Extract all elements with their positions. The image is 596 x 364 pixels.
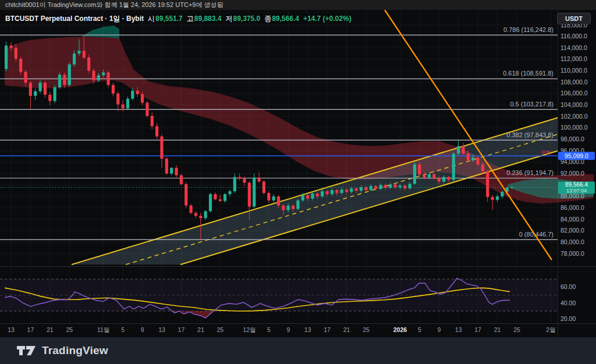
- time-tick-label: 17: [178, 326, 185, 333]
- time-tick-label: 13: [304, 326, 311, 333]
- candle: [243, 179, 246, 183]
- candle: [282, 205, 285, 210]
- candle: [423, 174, 426, 177]
- candle: [403, 185, 406, 188]
- price-axis[interactable]: 118,000.0116,000.0114,000.0112,000.0110,…: [560, 22, 588, 323]
- currency-toggle-button[interactable]: USDT: [557, 13, 591, 24]
- price-tick-label: 116,000.0: [560, 33, 587, 40]
- candle: [209, 194, 212, 211]
- time-tick-label: 25: [66, 326, 73, 333]
- price-tick-label: 84,000.0: [560, 216, 584, 223]
- time-tick-label: 21: [343, 326, 350, 333]
- candle: [141, 94, 144, 103]
- candle: [442, 177, 445, 181]
- price-tick-label: 86,000.0: [560, 204, 584, 211]
- fib-level-label: 0.5 (103,217.8): [510, 101, 554, 108]
- candle: [486, 172, 489, 197]
- candle: [97, 75, 100, 80]
- candle: [481, 165, 484, 172]
- candle: [63, 74, 66, 85]
- candle: [399, 185, 402, 187]
- candle: [48, 95, 51, 101]
- price-change: +14.7 (+0.02%): [303, 15, 352, 23]
- candle: [180, 175, 183, 184]
- candle: [214, 194, 217, 199]
- resistance-price-tag: 95,099.0: [558, 152, 595, 160]
- fib-level-label: 0.786 (116,242.8): [503, 26, 554, 33]
- candle: [122, 105, 125, 109]
- time-tick-label: 13: [158, 326, 165, 333]
- candle: [68, 65, 71, 85]
- ohlc-high: 고89,883.4: [187, 14, 222, 24]
- time-tick-label: 21: [197, 326, 204, 333]
- tradingview-logo-text[interactable]: TradingView: [42, 344, 108, 357]
- time-tick-label: 5: [418, 326, 421, 333]
- price-chart-canvas[interactable]: 0.786 (116,242.8)0.618 (108,591.8)0.5 (1…: [0, 10, 596, 337]
- candle: [253, 177, 256, 206]
- time-tick-label: 25: [217, 326, 224, 333]
- candle: [58, 74, 61, 87]
- price-tick-label: 110,000.0: [560, 67, 587, 74]
- candle: [54, 87, 56, 101]
- ohlc-close: 종89,566.4: [264, 14, 299, 24]
- candle: [24, 72, 27, 83]
- candle: [355, 188, 358, 191]
- price-tick-label: 108,000.0: [560, 78, 588, 85]
- candle: [491, 197, 494, 200]
- candle-countdown: 13:07:04: [566, 188, 587, 194]
- candle: [418, 165, 421, 175]
- candle: [136, 91, 139, 94]
- candle: [370, 186, 372, 190]
- symbol-title[interactable]: BTCUSDT Perpetual Contract · 1일 · Bybit: [5, 14, 144, 24]
- candle: [102, 73, 105, 76]
- candle: [287, 205, 290, 210]
- candle: [432, 174, 435, 178]
- candle: [350, 188, 353, 192]
- candle: [228, 191, 231, 194]
- price-tick-label: 106,000.0: [560, 90, 588, 97]
- candle: [126, 99, 129, 109]
- last-price-tag: 89,566.413:07:04: [558, 181, 595, 194]
- candle: [34, 91, 37, 96]
- time-tick-label: 5: [267, 326, 271, 333]
- candle: [38, 83, 41, 91]
- time-axis[interactable]: 1317212511월591317212512월5913172125202659…: [8, 326, 556, 333]
- ichimoku-cloud: [5, 26, 594, 204]
- candle: [452, 154, 455, 180]
- candle: [471, 158, 474, 160]
- candle: [107, 73, 109, 85]
- candle: [9, 45, 12, 48]
- candle: [151, 116, 154, 126]
- candle: [73, 53, 76, 65]
- candle: [83, 51, 86, 58]
- time-tick-label: 17: [474, 326, 481, 333]
- candle: [224, 194, 226, 201]
- attribution-text: chitchit0001이 TradingView.com와 함께 1월 24,…: [5, 1, 223, 8]
- time-tick-label: 25: [513, 326, 520, 333]
- candle: [19, 59, 22, 72]
- candle: [457, 146, 460, 154]
- time-tick-label: 9: [141, 326, 144, 333]
- chart-area[interactable]: 0.786 (116,242.8)0.618 (108,591.8)0.5 (1…: [0, 10, 596, 337]
- time-tick-label: 17: [27, 326, 34, 333]
- candle: [325, 191, 328, 194]
- price-tick-label: 112,000.0: [560, 55, 587, 62]
- candle: [301, 195, 304, 201]
- candle: [5, 45, 8, 69]
- tradingview-logo-icon[interactable]: [16, 344, 37, 358]
- time-tick-label: 5: [121, 326, 125, 333]
- rsi-pane: [0, 279, 558, 318]
- candle: [248, 183, 251, 206]
- candle: [238, 177, 241, 179]
- candle: [160, 137, 163, 159]
- candle: [15, 48, 17, 59]
- time-tick-label: 21: [494, 326, 501, 333]
- rsi-tick-label: 20.00: [560, 315, 576, 322]
- candle: [189, 205, 192, 213]
- rsi-tick-label: 60.00: [560, 283, 576, 290]
- time-tick-label: 9: [437, 326, 441, 333]
- candle: [116, 94, 119, 105]
- candle: [112, 85, 115, 94]
- time-tick-label: 17: [324, 326, 331, 333]
- svg-text:95,099.0: 95,099.0: [565, 152, 588, 159]
